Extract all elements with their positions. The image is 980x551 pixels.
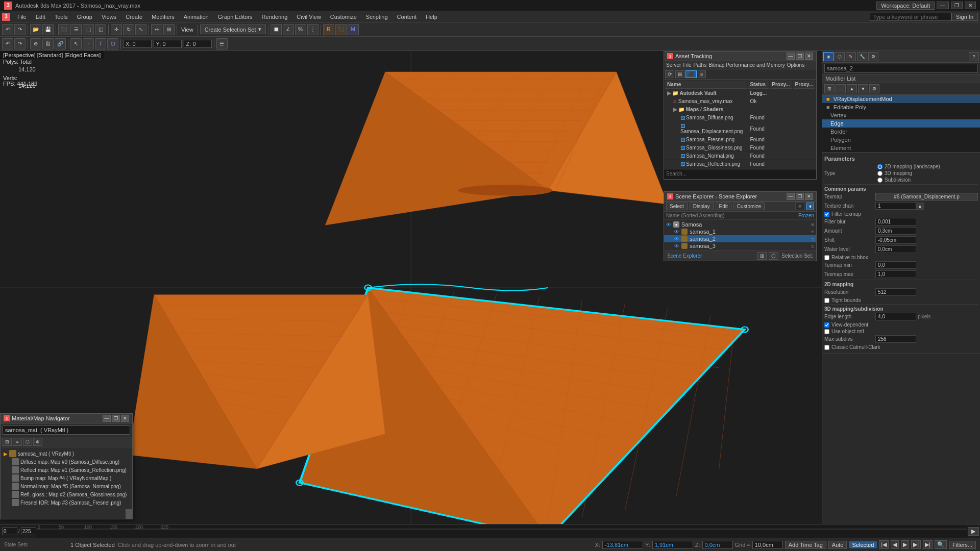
- mat-btn-4[interactable]: ⊕: [33, 438, 42, 446]
- material-editor-btn[interactable]: M: [348, 24, 359, 35]
- mat-sub-5[interactable]: Refl. gloss.: Map #2 (Samosa_Glossiness.…: [3, 490, 130, 498]
- tight-bounds-checkbox[interactable]: [824, 298, 829, 303]
- menu-create[interactable]: Create: [121, 13, 146, 21]
- mat-sub-6[interactable]: Fresnel IOR: Map #3 (Samosa_Fresnel.png): [3, 498, 130, 507]
- scene-footer-btn[interactable]: ⊞: [757, 252, 767, 260]
- close-button[interactable]: ✕: [965, 2, 976, 9]
- filter-texmap-checkbox[interactable]: [824, 212, 829, 217]
- texture-chan-spin-up[interactable]: ▲: [916, 203, 924, 210]
- asset-search-input[interactable]: [666, 171, 814, 177]
- search-input[interactable]: [870, 13, 951, 21]
- scene-panel-header[interactable]: 3 Scene Explorer - Scene Explorer — ❐ ✕: [664, 192, 816, 202]
- mod-sub-polygon[interactable]: Polygon: [822, 136, 980, 144]
- asset-menu-server[interactable]: Server: [666, 62, 681, 68]
- search-frames-btn[interactable]: 🔍: [935, 540, 947, 549]
- scene-display-btn[interactable]: Display: [690, 203, 714, 210]
- menu-modifiers[interactable]: Modifiers: [148, 13, 179, 21]
- restore-button[interactable]: ❐: [951, 2, 963, 9]
- scene-item-samosa-root[interactable]: 👁 ● Samosa ≡: [664, 221, 816, 228]
- asset-row-maps[interactable]: ▶📁 Maps / Shaders: [665, 106, 815, 113]
- percent-snap-btn[interactable]: %: [295, 24, 306, 35]
- total-frames-input[interactable]: [21, 528, 36, 535]
- angle-snap-btn[interactable]: ∠: [283, 24, 294, 35]
- align-btn[interactable]: ⊞: [163, 24, 175, 35]
- transform-z[interactable]: Z: 0: [184, 40, 212, 48]
- region-select-btn[interactable]: ⬚: [83, 24, 94, 35]
- grid-input[interactable]: [752, 541, 783, 549]
- asset-row-maxfile[interactable]: 3 Samosa_max_vray.max Ok: [665, 98, 815, 105]
- view-dependent-checkbox[interactable]: [824, 322, 829, 328]
- classic-catmull-checkbox[interactable]: [824, 345, 829, 350]
- amount-input[interactable]: [875, 227, 916, 235]
- spinner-snap-btn[interactable]: ⋮: [307, 24, 318, 35]
- asset-row-displacement[interactable]: 🖼Samosa_Displacement.png Found: [665, 122, 815, 135]
- mat-scrollbar-track[interactable]: [125, 509, 132, 519]
- menu-views[interactable]: Views: [97, 13, 120, 21]
- x-input[interactable]: [602, 541, 643, 549]
- tb2-edge-btn[interactable]: /: [95, 38, 106, 49]
- mod-action-5[interactable]: ⚙: [869, 84, 879, 93]
- mod-action-3[interactable]: ▲: [847, 84, 857, 93]
- menu-content[interactable]: Content: [393, 13, 421, 21]
- filter-blur-input[interactable]: [875, 218, 916, 226]
- mod-action-4[interactable]: ▼: [858, 84, 868, 93]
- samosa-left[interactable]: [129, 295, 385, 469]
- mat-sub-1[interactable]: Diffuse map: Map #0 (Samosa_Diffuse.png): [3, 458, 130, 466]
- menu-group[interactable]: Group: [72, 13, 96, 21]
- asset-toolbar-btn4[interactable]: ≡: [698, 70, 706, 78]
- mod-icon-btn-5[interactable]: ⚙: [868, 52, 878, 61]
- mod-icon-btn-2[interactable]: ⬡: [835, 52, 845, 61]
- mod-sub-border[interactable]: Border: [822, 128, 980, 136]
- workspace-dropdown[interactable]: Workspace: Default: [876, 2, 935, 10]
- tb2-select-btn[interactable]: ↖: [70, 38, 82, 49]
- asset-close[interactable]: ✕: [805, 53, 813, 60]
- texture-chan-input[interactable]: [875, 202, 916, 210]
- select-by-name-btn[interactable]: ☰: [70, 24, 82, 35]
- asset-row-normal[interactable]: 🖼Samosa_Normal.png Found: [665, 153, 815, 160]
- rotate-btn[interactable]: ↻: [123, 24, 134, 35]
- material-panel-close[interactable]: ✕: [121, 415, 129, 422]
- render-setup-btn[interactable]: R: [323, 24, 334, 35]
- save-button[interactable]: 💾: [42, 24, 54, 35]
- transform-x[interactable]: X: 0: [123, 40, 152, 48]
- mat-sub-4[interactable]: Normal map: Map #5 (Samosa_Normal.png): [3, 482, 130, 490]
- asset-table-container[interactable]: Name Status Proxy... Proxy... ▶📁 Autodes…: [664, 80, 816, 169]
- mat-sub-3[interactable]: Bump map: Map #4 ( VRayNormalMap ): [3, 474, 130, 482]
- tb2-poly-btn[interactable]: ⬡: [107, 38, 118, 49]
- maps-expand[interactable]: ▶: [673, 107, 677, 112]
- asset-menu-options[interactable]: Options: [787, 62, 804, 68]
- scene-customize-btn[interactable]: Customize: [733, 203, 765, 210]
- scene-select-filter[interactable]: ⬡: [769, 252, 778, 260]
- asset-menu-bitmap[interactable]: Bitmap Performance and Memory: [708, 62, 785, 68]
- scene-explorer-link[interactable]: Scene Explorer: [667, 253, 702, 259]
- edge-length-input[interactable]: [875, 313, 916, 320]
- material-name-field[interactable]: [3, 425, 130, 435]
- mod-item-epoly[interactable]: ■ Editable Poly: [822, 103, 980, 111]
- current-frame-input[interactable]: [2, 528, 17, 535]
- resolution-input[interactable]: [875, 288, 916, 296]
- mod-action-1[interactable]: ⊞: [824, 84, 835, 93]
- type-sub-radio[interactable]: [877, 178, 883, 183]
- tb2-snap-btn[interactable]: ⊕: [30, 38, 41, 49]
- timeline-track[interactable]: 0 50 100 150 200 225: [36, 524, 967, 538]
- mod-sub-vertex[interactable]: Vertex: [822, 111, 980, 119]
- mat-scrollbar-thumb[interactable]: [126, 509, 132, 519]
- mirror-btn[interactable]: ⇔: [151, 24, 162, 35]
- menu-file[interactable]: File: [13, 13, 31, 21]
- scene-minimize[interactable]: —: [787, 193, 795, 200]
- minimize-button[interactable]: —: [937, 2, 949, 9]
- play-begin-btn[interactable]: |◀: [879, 540, 889, 549]
- asset-minimize[interactable]: —: [787, 53, 795, 60]
- texmap-max-input[interactable]: [875, 270, 916, 278]
- asset-row-glossiness[interactable]: 🖼Samosa_Glossiness.png Found: [665, 144, 815, 152]
- type-2d-radio[interactable]: [877, 164, 883, 169]
- mat-btn-1[interactable]: ⊞: [3, 438, 12, 446]
- menu-edit[interactable]: Edit: [32, 13, 50, 21]
- menu-rendering[interactable]: Rendering: [258, 13, 292, 21]
- mat-btn-3[interactable]: ⬡: [23, 438, 32, 446]
- scene-item-samosa1[interactable]: 👁 samosa_1 ≡: [664, 228, 816, 235]
- asset-menu-file[interactable]: File: [683, 62, 691, 68]
- shift-input[interactable]: [875, 236, 916, 244]
- scene-close[interactable]: ✕: [805, 193, 813, 200]
- auto-btn[interactable]: Auto: [828, 541, 847, 549]
